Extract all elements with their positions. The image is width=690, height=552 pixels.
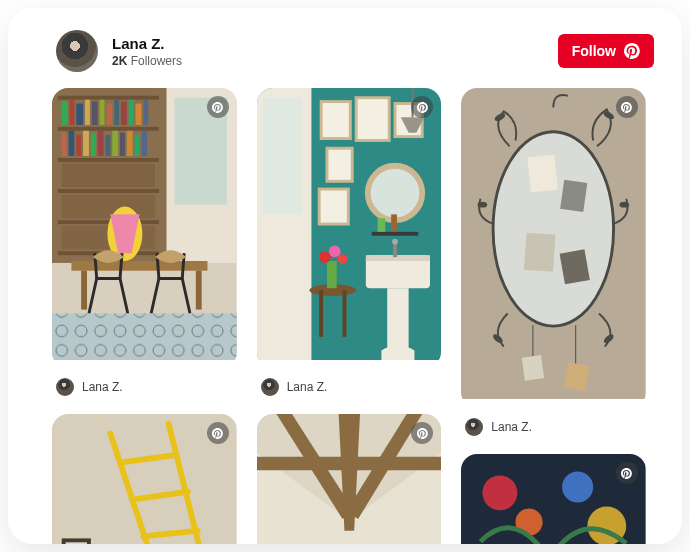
svg-rect-39 <box>81 271 87 310</box>
svg-rect-20 <box>62 133 67 156</box>
svg-rect-88 <box>560 180 587 212</box>
svg-rect-13 <box>100 100 105 125</box>
pin[interactable]: Lana Z. <box>461 88 646 440</box>
svg-rect-90 <box>560 249 590 284</box>
save-pin-button[interactable] <box>207 422 229 444</box>
svg-rect-42 <box>52 313 237 360</box>
svg-rect-92 <box>522 355 544 381</box>
svg-rect-19 <box>143 100 148 125</box>
svg-rect-4 <box>58 158 159 162</box>
svg-rect-94 <box>564 362 589 391</box>
svg-point-98 <box>562 471 593 502</box>
svg-rect-61 <box>366 255 430 261</box>
pin-image[interactable] <box>461 454 646 544</box>
svg-rect-62 <box>387 288 408 350</box>
profile-block[interactable]: Lana Z. 2K Followers <box>56 30 182 72</box>
pin-image[interactable] <box>52 414 237 544</box>
svg-rect-52 <box>356 98 389 141</box>
svg-rect-23 <box>83 131 89 156</box>
svg-rect-40 <box>196 271 202 310</box>
svg-rect-55 <box>319 189 348 224</box>
svg-rect-59 <box>391 214 397 231</box>
svg-point-71 <box>337 254 347 264</box>
svg-point-83 <box>478 202 488 208</box>
svg-rect-12 <box>92 102 98 125</box>
pin-image[interactable] <box>52 88 237 368</box>
svg-rect-21 <box>69 131 75 156</box>
svg-point-64 <box>392 239 398 245</box>
pin[interactable]: Lana Z. <box>52 414 237 544</box>
svg-rect-66 <box>319 290 323 337</box>
svg-point-56 <box>367 166 421 220</box>
pin[interactable]: Lana Z. <box>461 454 646 544</box>
svg-rect-32 <box>62 164 155 187</box>
svg-rect-5 <box>58 189 159 193</box>
svg-rect-33 <box>62 195 155 218</box>
profile-header: Lana Z. 2K Followers Follow <box>8 8 682 80</box>
save-pin-button[interactable] <box>207 96 229 118</box>
svg-rect-17 <box>129 100 134 125</box>
svg-point-96 <box>483 475 518 510</box>
avatar[interactable] <box>56 30 98 72</box>
svg-rect-30 <box>135 135 140 156</box>
svg-rect-25 <box>98 131 104 156</box>
svg-rect-89 <box>524 233 556 272</box>
svg-rect-15 <box>114 100 119 125</box>
svg-rect-57 <box>371 232 418 236</box>
svg-rect-22 <box>76 135 81 156</box>
svg-rect-68 <box>327 261 337 288</box>
svg-rect-47 <box>66 542 87 544</box>
pin-image[interactable] <box>461 88 646 408</box>
svg-rect-28 <box>120 133 125 156</box>
pin-image[interactable] <box>257 414 442 544</box>
svg-rect-2 <box>58 96 159 100</box>
follow-button[interactable]: Follow <box>558 34 654 68</box>
pin-author: Lana Z. <box>82 380 123 394</box>
svg-rect-6 <box>58 220 159 224</box>
svg-rect-50 <box>262 98 301 215</box>
svg-rect-87 <box>528 155 559 193</box>
svg-rect-54 <box>327 148 352 181</box>
svg-rect-26 <box>105 135 110 156</box>
save-pin-button[interactable] <box>616 96 638 118</box>
pin[interactable]: Lana Z. <box>257 88 442 400</box>
svg-rect-29 <box>127 131 133 156</box>
svg-rect-3 <box>58 127 159 131</box>
svg-rect-31 <box>141 131 147 156</box>
svg-rect-11 <box>85 100 90 125</box>
pin-attribution[interactable]: Lana Z. <box>257 368 442 400</box>
pin-author: Lana Z. <box>491 420 532 434</box>
svg-rect-58 <box>377 218 385 232</box>
svg-rect-67 <box>342 290 346 337</box>
pin[interactable]: Lana Z. <box>52 88 237 400</box>
svg-rect-24 <box>91 133 96 156</box>
avatar-small <box>261 378 279 396</box>
svg-point-69 <box>319 251 331 263</box>
svg-rect-8 <box>62 102 68 125</box>
follow-label: Follow <box>572 43 616 59</box>
svg-rect-38 <box>71 261 207 271</box>
pin-author: Lana Z. <box>287 380 328 394</box>
svg-point-70 <box>329 245 341 257</box>
svg-rect-14 <box>106 104 112 125</box>
svg-rect-18 <box>136 104 142 125</box>
svg-rect-27 <box>112 131 118 156</box>
followers-count: 2K Followers <box>112 54 182 68</box>
svg-rect-9 <box>69 100 74 125</box>
pin-attribution[interactable]: Lana Z. <box>52 368 237 400</box>
svg-rect-51 <box>321 102 350 139</box>
svg-rect-10 <box>76 104 83 125</box>
pin-grid: Lana Z. Lana Z. <box>8 80 682 544</box>
pin-image[interactable] <box>257 88 442 368</box>
svg-point-84 <box>620 202 630 208</box>
pin-attribution[interactable]: Lana Z. <box>461 408 646 440</box>
profile-name: Lana Z. <box>112 35 182 52</box>
pinterest-icon <box>624 43 640 59</box>
pin[interactable]: Lana Z. <box>257 414 442 544</box>
save-pin-button[interactable] <box>616 462 638 484</box>
avatar-small <box>56 378 74 396</box>
svg-rect-16 <box>121 102 127 125</box>
avatar-small <box>465 418 483 436</box>
